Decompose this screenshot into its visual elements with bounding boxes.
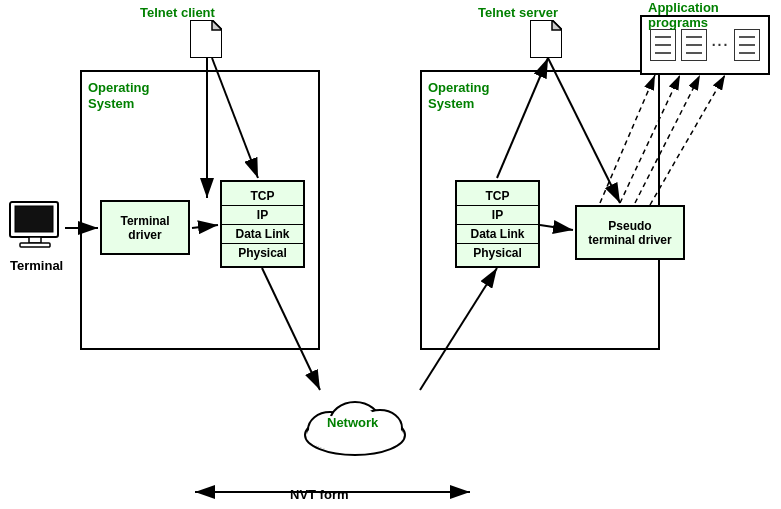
diagram: Terminal Operating System Terminaldriver…: [0, 0, 781, 509]
client-os-label: Operating System: [88, 80, 149, 111]
svg-marker-7: [552, 20, 562, 30]
telnet-client-icon: [190, 20, 222, 62]
terminal-driver-box: Terminaldriver: [100, 200, 190, 255]
server-os-label: Operating System: [428, 80, 489, 111]
svg-rect-2: [29, 237, 41, 243]
svg-rect-1: [15, 206, 53, 232]
terminal-label: Terminal: [10, 258, 63, 273]
app-icon-2: [681, 29, 707, 61]
pseudo-terminal-driver-box: Pseudoterminal driver: [575, 205, 685, 260]
network-label: Network: [327, 415, 378, 430]
svg-rect-3: [20, 243, 50, 247]
telnet-client-label: Telnet client: [140, 5, 215, 20]
server-stack-box: TCP IP Data Link Physical: [455, 180, 540, 268]
telnet-server-label: Telnet server: [478, 5, 558, 20]
app-icon-1: [650, 29, 676, 61]
telnet-server-icon: [530, 20, 562, 62]
svg-line-30: [650, 75, 725, 205]
nvt-form-label: NVT form: [290, 487, 349, 502]
terminal-computer-icon: [5, 200, 65, 259]
svg-marker-5: [212, 20, 222, 30]
app-icon-dots: ···: [712, 37, 730, 53]
client-stack-box: TCP IP Data Link Physical: [220, 180, 305, 268]
app-icon-3: [734, 29, 760, 61]
application-programs-label: Applicationprograms: [648, 0, 719, 30]
